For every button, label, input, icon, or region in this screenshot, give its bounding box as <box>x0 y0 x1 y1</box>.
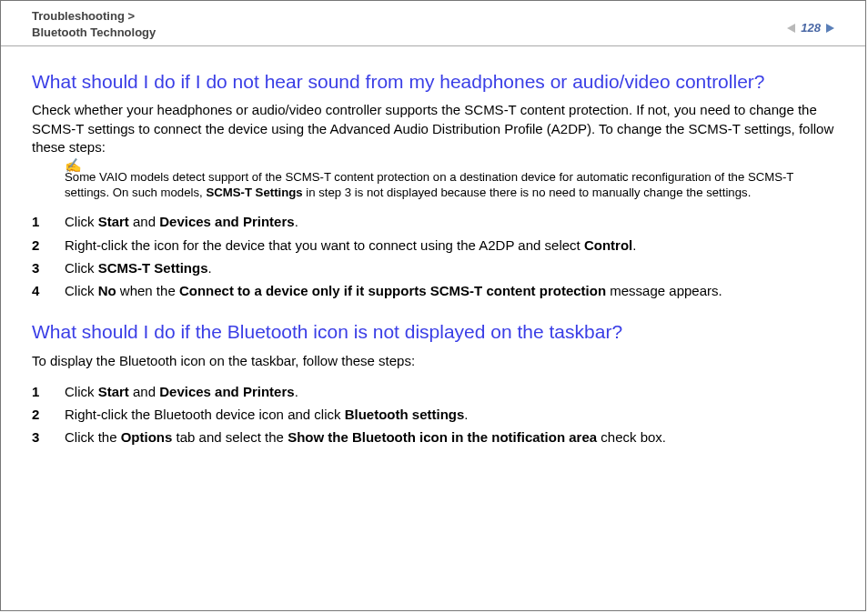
breadcrumb: Troubleshooting > Bluetooth Technology <box>32 8 156 40</box>
breadcrumb-line1: Troubleshooting > <box>32 9 135 23</box>
list-item: 3 Click the Options tab and select the S… <box>32 428 834 447</box>
step-number: 2 <box>32 406 65 424</box>
step-number: 1 <box>32 213 65 231</box>
breadcrumb-line2: Bluetooth Technology <box>32 25 156 39</box>
step-text: Right-click the Bluetooth device icon an… <box>65 406 469 424</box>
note-text-post: in step 3 is not displayed because there… <box>303 186 752 199</box>
list-item: 2 Right-click the Bluetooth device icon … <box>32 406 834 424</box>
step-text: Click Start and Devices and Printers. <box>65 383 298 401</box>
page-header: Troubleshooting > Bluetooth Technology 1… <box>1 1 865 46</box>
section2-heading: What should I do if the Bluetooth icon i… <box>32 320 834 344</box>
list-item: 3 Click SCMS-T Settings. <box>32 259 834 277</box>
step-number: 1 <box>32 383 65 401</box>
section2-steps: 1 Click Start and Devices and Printers. … <box>32 383 834 447</box>
page-content: What should I do if I do not hear sound … <box>1 46 865 462</box>
list-item: 4 Click No when the Connect to a device … <box>32 282 834 300</box>
list-item: 1 Click Start and Devices and Printers. <box>32 383 834 401</box>
step-number: 3 <box>32 259 65 277</box>
list-item: 2 Right-click the icon for the device th… <box>32 236 834 255</box>
step-text: Click the Options tab and select the Sho… <box>65 428 666 447</box>
step-number: 4 <box>32 282 65 300</box>
section1-heading: What should I do if I do not hear sound … <box>32 70 834 94</box>
list-item: 1 Click Start and Devices and Printers. <box>32 213 834 231</box>
prev-page-arrow-icon[interactable] <box>787 24 795 33</box>
step-text: Click Start and Devices and Printers. <box>65 213 298 231</box>
step-number: 2 <box>32 236 65 255</box>
page-number: 128 <box>801 21 821 35</box>
step-text: Click SCMS-T Settings. <box>65 259 212 277</box>
step-text: Right-click the icon for the device that… <box>65 236 636 255</box>
section1-note: ✍ Some VAIO models detect support of the… <box>65 169 834 200</box>
section1-intro: Check whether your headphones or audio/v… <box>32 101 834 156</box>
section1-steps: 1 Click Start and Devices and Printers. … <box>32 213 834 300</box>
document-page: Troubleshooting > Bluetooth Technology 1… <box>0 0 866 611</box>
page-number-nav: 128 <box>787 8 834 35</box>
step-number: 3 <box>32 428 65 447</box>
note-icon: ✍ <box>65 156 82 175</box>
next-page-arrow-icon[interactable] <box>826 24 834 33</box>
step-text: Click No when the Connect to a device on… <box>65 282 722 300</box>
section2-intro: To display the Bluetooth icon on the tas… <box>32 352 834 370</box>
note-text-bold: SCMS-T Settings <box>206 186 302 199</box>
